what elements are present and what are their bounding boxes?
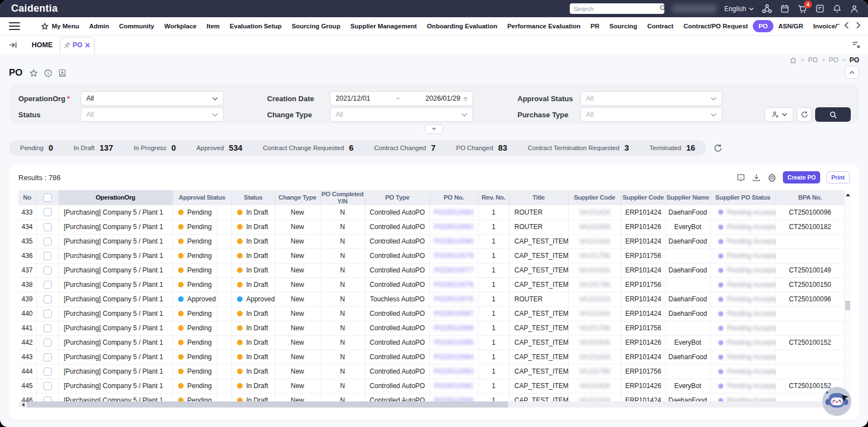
status-filter-contract-termination-requested[interactable]: Contract Termination Requested3 [527, 143, 629, 152]
row-checkbox[interactable] [43, 382, 52, 390]
po-number-link-redacted[interactable]: PO25010067 [434, 310, 474, 317]
scroll-up-arrow[interactable] [846, 193, 850, 196]
scroll-left-arrow[interactable] [22, 403, 24, 407]
download-icon[interactable] [752, 173, 761, 182]
column-header-supplier-name[interactable]: Supplier Name [665, 190, 710, 205]
date-from[interactable]: 2021/12/01 [336, 95, 371, 102]
row-checkbox[interactable] [43, 310, 52, 318]
status-filter-po-changed[interactable]: PO Changed83 [456, 143, 507, 152]
add-filter-button[interactable]: + [425, 124, 443, 134]
language-selector[interactable]: English [724, 5, 754, 13]
menu-item-asn-gr[interactable]: ASN/GR [773, 21, 808, 32]
favorite-star-icon[interactable] [29, 68, 38, 78]
menu-item-sourcing-group[interactable]: Sourcing Group [287, 21, 346, 32]
settings-gear-icon[interactable] [767, 173, 777, 182]
menu-scroll-left-icon[interactable] [844, 21, 850, 31]
po-number-link-redacted[interactable]: PO25010076 [434, 281, 474, 289]
row-checkbox[interactable] [43, 339, 52, 347]
purchase-type-select[interactable]: All [580, 107, 722, 122]
menu-scroll-right-icon[interactable] [855, 21, 861, 31]
status-filter-approved[interactable]: Approved534 [196, 143, 242, 152]
home-icon[interactable] [790, 57, 797, 64]
menu-item-admin[interactable]: Admin [84, 21, 114, 32]
tab-close-icon[interactable]: ✕ [85, 42, 91, 49]
menu-item-supplier-management[interactable]: Supplier Management [346, 21, 422, 32]
menu-item-pr[interactable]: PR [585, 21, 604, 32]
status-select[interactable]: All [81, 107, 224, 122]
status-filter-pending[interactable]: Pending0 [20, 143, 53, 152]
menu-item-contract[interactable]: Contract [642, 21, 678, 32]
column-header-po-type[interactable]: PO Type [365, 190, 430, 205]
menu-item-onboarding-evaluation[interactable]: Onboarding Evaluation [422, 21, 502, 32]
po-number-link-redacted[interactable]: PO25010080 [434, 237, 474, 245]
menu-item-community[interactable]: Community [114, 21, 159, 32]
row-checkbox[interactable] [43, 252, 52, 260]
date-to[interactable]: 2026/01/29 [426, 95, 461, 102]
global-search[interactable] [570, 3, 664, 14]
row-checkbox[interactable] [43, 266, 52, 275]
po-number-link-redacted[interactable]: PO25010066 [434, 324, 474, 332]
search-icon[interactable] [659, 4, 667, 14]
horizontal-scrollbar[interactable] [18, 401, 850, 408]
info-icon[interactable] [43, 68, 53, 78]
menu-item-evaluation-setup[interactable]: Evaluation Setup [225, 21, 287, 32]
menu-item-po[interactable]: PO [753, 20, 773, 32]
grid-info-icon[interactable] [736, 173, 746, 182]
row-checkbox[interactable] [43, 368, 52, 376]
column-header-change-type[interactable]: Change Type [275, 190, 320, 205]
user-profile-icon[interactable] [850, 4, 859, 14]
breadcrumb-item[interactable]: PO [828, 56, 838, 64]
horizontal-scroll-thumb[interactable] [27, 401, 508, 408]
column-header-rev-no-[interactable]: Rev. No. [478, 190, 509, 205]
approval-status-select[interactable]: All [580, 91, 722, 106]
row-checkbox[interactable] [43, 396, 52, 401]
menu-item-workplace[interactable]: Workplace [159, 21, 201, 32]
status-filter-in-draft[interactable]: In Draft137 [73, 143, 113, 152]
po-number-link-redacted[interactable]: PO25010060 [434, 396, 474, 401]
row-checkbox[interactable] [43, 208, 52, 216]
po-number-link-redacted[interactable]: PO25010075 [434, 295, 474, 303]
hamburger-menu-icon[interactable] [9, 22, 20, 30]
select-all-checkbox[interactable] [43, 193, 52, 202]
status-filter-in-progress[interactable]: In Progress0 [134, 143, 176, 152]
column-header-title[interactable]: Title [509, 190, 568, 205]
cart-icon[interactable]: 4 [797, 4, 807, 14]
search-submit-button[interactable] [815, 107, 851, 122]
collapse-panel-button[interactable] [845, 66, 859, 79]
menu-item-invoice-[interactable]: Invoice/˜ [808, 21, 841, 32]
row-checkbox[interactable] [43, 353, 52, 361]
column-header-operationorg[interactable]: OperationOrg [58, 190, 172, 205]
tab-home[interactable]: HOME [25, 37, 60, 54]
po-number-link-redacted[interactable]: PO25010079 [434, 252, 474, 260]
column-header-po-completed-y-n[interactable]: PO CompletedY/N [320, 190, 365, 205]
select-all-checkbox-header[interactable] [36, 190, 58, 205]
reset-filters-button[interactable] [797, 107, 812, 122]
column-header-approval-status[interactable]: Approval Status [172, 190, 231, 205]
menu-item-performance-evaluation[interactable]: Performance Evaluation [502, 21, 586, 32]
status-filter-contract-changed[interactable]: Contract Changed7 [374, 143, 435, 152]
row-checkbox[interactable] [43, 281, 52, 289]
create-po-button[interactable]: Create PO [783, 171, 820, 183]
operation-org-select[interactable]: All [81, 91, 224, 106]
po-number-link-redacted[interactable]: PO25010083 [434, 208, 474, 216]
column-header-po-no-[interactable]: PO No. [430, 190, 478, 205]
po-number-link-redacted[interactable]: PO25010064 [434, 353, 474, 361]
column-header-supplier-code[interactable]: Supplier Code [621, 190, 665, 205]
search-input[interactable] [574, 6, 659, 12]
menu-item-my-menu[interactable]: My Menu [36, 20, 84, 33]
column-header-status[interactable]: Status [231, 190, 275, 205]
vertical-scroll-thumb[interactable] [845, 301, 850, 310]
po-number-link-redacted[interactable]: PO25010082 [434, 223, 474, 231]
status-filter-contract-change-requested[interactable]: Contract Change Requested6 [263, 143, 354, 152]
manual-book-icon[interactable] [58, 68, 67, 78]
close-all-tabs-icon[interactable] [852, 41, 860, 51]
column-header-bpa-no-[interactable]: BPA No. [776, 190, 844, 205]
creation-date-range-input[interactable]: 2021/12/01 ~ 2026/01/29 [330, 91, 473, 106]
org-network-icon[interactable] [762, 4, 772, 13]
calendar-icon[interactable] [780, 4, 790, 13]
menu-item-sourcing[interactable]: Sourcing [604, 21, 642, 32]
po-number-link-redacted[interactable]: PO25010061 [434, 382, 474, 390]
menu-item-contract-po-request[interactable]: Contract/PO Request [678, 21, 753, 32]
tab-po[interactable]: PO ✕ [60, 37, 95, 54]
vertical-scrollbar[interactable] [844, 190, 850, 401]
